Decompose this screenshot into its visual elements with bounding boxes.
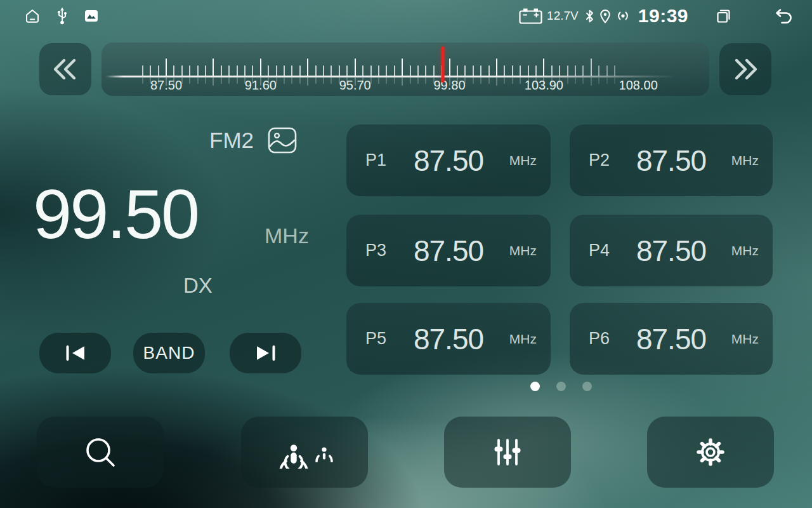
frequency-marker <box>441 46 444 83</box>
preset-button-p1[interactable]: P1 87.50 MHz <box>346 124 551 196</box>
preset-unit: MHz <box>731 243 759 258</box>
next-track-icon <box>255 344 277 362</box>
preset-button-p4[interactable]: P4 87.50 MHz <box>570 215 773 286</box>
preset-label: P6 <box>589 329 610 349</box>
recent-apps-icon[interactable] <box>715 8 732 25</box>
broadcast-button[interactable] <box>241 417 368 488</box>
next-station-button[interactable] <box>230 333 301 373</box>
scale-label: 91.60 <box>245 78 277 93</box>
car-battery-icon <box>519 8 542 24</box>
home-icon[interactable] <box>24 8 41 24</box>
preset-unit: MHz <box>731 331 759 347</box>
tuner-mode: DX <box>183 274 213 298</box>
scale-label: 108.00 <box>619 78 658 93</box>
wifi-tether-icon <box>616 9 630 23</box>
radio-app-screen: 12.7V <box>0 0 812 508</box>
band-button[interactable]: BAND <box>133 333 205 373</box>
scale-label: 95.70 <box>339 78 371 93</box>
tick-layer <box>102 43 709 76</box>
double-chevron-right-icon <box>731 57 760 82</box>
scale-label: 87.50 <box>150 78 182 93</box>
previous-track-icon <box>65 344 86 362</box>
broadcast-icon <box>275 436 334 469</box>
preset-label: P3 <box>365 241 386 260</box>
preset-frequency: 87.50 <box>414 234 483 268</box>
search-button[interactable] <box>37 417 164 488</box>
clock: 19:39 <box>638 5 688 27</box>
current-frequency: 99.50 <box>33 179 198 249</box>
search-icon <box>82 434 118 470</box>
seek-up-button[interactable] <box>719 43 771 95</box>
double-chevron-left-icon <box>51 57 80 82</box>
preset-unit: MHz <box>509 153 537 168</box>
station-logo-icon <box>268 127 297 154</box>
preset-frequency: 87.50 <box>636 144 706 178</box>
page-dot-2[interactable] <box>556 382 566 391</box>
preset-frequency: 87.50 <box>636 234 706 268</box>
gear-icon <box>693 434 728 470</box>
location-icon <box>599 9 611 23</box>
preset-frequency: 87.50 <box>414 144 483 178</box>
scale-labels: 87.5091.6095.7099.80103.90108.00 <box>102 78 709 95</box>
usb-icon <box>57 6 67 25</box>
preset-label: P4 <box>589 241 610 260</box>
preset-unit: MHz <box>509 331 537 347</box>
band-indicator: FM2 <box>209 128 254 153</box>
scale-label: 103.90 <box>525 78 563 93</box>
page-indicator <box>530 382 592 391</box>
preset-label: P5 <box>365 329 386 349</box>
tuner-scale[interactable]: 87.5091.6095.7099.80103.90108.00 <box>102 43 709 96</box>
bluetooth-icon <box>585 9 594 23</box>
preset-frequency: 87.50 <box>414 322 483 356</box>
preset-label: P1 <box>365 150 386 170</box>
preset-unit: MHz <box>509 243 537 258</box>
preset-button-p6[interactable]: P6 87.50 MHz <box>570 303 773 375</box>
page-dot-1[interactable] <box>530 382 540 391</box>
preset-button-p3[interactable]: P3 87.50 MHz <box>346 215 551 286</box>
previous-station-button[interactable] <box>39 333 111 373</box>
settings-button[interactable] <box>647 417 774 488</box>
preset-unit: MHz <box>731 153 759 168</box>
band-row: FM2 <box>209 126 297 155</box>
scale-label: 99.80 <box>434 78 466 93</box>
page-dot-3[interactable] <box>582 382 592 391</box>
preset-frequency: 87.50 <box>636 322 706 356</box>
back-icon[interactable] <box>774 8 793 24</box>
gallery-icon <box>84 8 99 23</box>
battery-voltage: 12.7V <box>547 9 579 23</box>
equalizer-button[interactable] <box>444 417 571 488</box>
status-bar: 12.7V <box>0 0 812 32</box>
status-bar-right: 12.7V <box>519 5 793 27</box>
seek-down-button[interactable] <box>39 43 91 95</box>
status-bar-left <box>24 6 99 25</box>
frequency-unit: MHz <box>265 224 309 248</box>
preset-button-p5[interactable]: P5 87.50 MHz <box>346 303 551 375</box>
preset-button-p2[interactable]: P2 87.50 MHz <box>570 124 773 196</box>
preset-label: P2 <box>589 150 610 170</box>
equalizer-icon <box>491 436 524 469</box>
